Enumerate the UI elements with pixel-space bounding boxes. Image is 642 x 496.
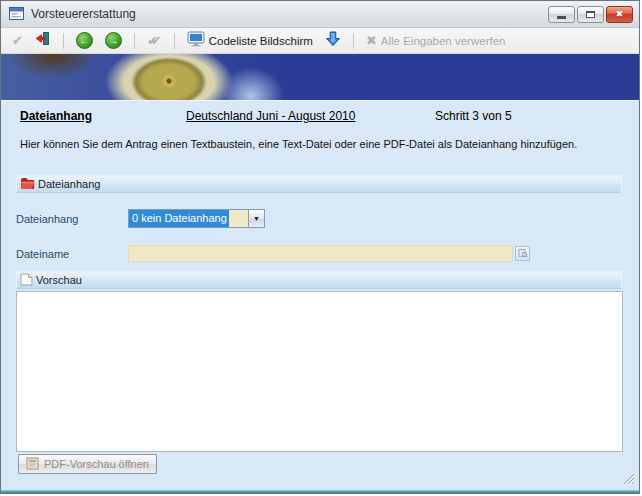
attachment-section-title: Dateianhang (38, 178, 100, 190)
exit-button[interactable] (32, 29, 54, 52)
wizard-content: Dateianhang Deutschland Juni - August 20… (1, 101, 639, 490)
red-folder-pdf-icon (20, 177, 35, 192)
green-back-arrow-icon: ← (76, 32, 93, 49)
dropdown-arrow-button[interactable]: ▼ (248, 210, 264, 227)
close-button[interactable]: ✖ (606, 6, 633, 23)
preview-section-header: Vorschau (16, 271, 622, 289)
attachment-dropdown-value: 0 kein Dateianhang (129, 210, 229, 227)
attachment-section-header: Dateianhang (16, 175, 622, 193)
double-checkmark-icon: ✔✔ (147, 34, 162, 47)
blue-down-arrow-icon (325, 31, 341, 51)
toolbar-separator (353, 33, 354, 49)
open-pdf-preview-label: PDF-Vorschau öffnen (44, 458, 149, 470)
x-icon: ✖ (366, 34, 377, 47)
confirm-all-button[interactable]: ✔✔ (144, 32, 165, 49)
discard-all-label: Alle Eingaben verwerfen (381, 35, 506, 47)
back-button[interactable]: ← (73, 30, 96, 51)
codeliste-bildschirm-button[interactable]: Codeliste Bildschirm (184, 29, 316, 53)
codeliste-bildschirm-label: Codeliste Bildschirm (209, 35, 313, 47)
preview-section-title: Vorschau (36, 274, 82, 286)
window-controls: ✖ (548, 6, 633, 23)
window-icon (9, 7, 25, 21)
toolbar-separator (134, 33, 135, 49)
toolbar-separator (174, 33, 175, 49)
open-pdf-preview-button[interactable]: PDF-Vorschau öffnen (18, 454, 157, 474)
confirm-button[interactable]: ✔ (9, 32, 26, 49)
checkmark-icon: ✔ (12, 34, 23, 47)
resize-grip[interactable] (622, 472, 635, 487)
toolbar-separator (63, 33, 64, 49)
toolbar: ✔ ← → ✔✔ Codeliste Bildschirm ✖ Alle Ein… (1, 28, 639, 54)
browse-icon (518, 246, 528, 261)
step-indicator: Schritt 3 von 5 (435, 109, 512, 123)
window-bottom-edge (1, 490, 639, 493)
chevron-down-icon: ▼ (253, 215, 260, 222)
filename-field-label: Dateiname (16, 248, 69, 260)
window-title: Vorsteuererstattung (31, 7, 548, 21)
minimize-icon (557, 16, 566, 19)
maximize-button[interactable] (577, 6, 604, 23)
period-heading: Deutschland Juni - August 2010 (186, 109, 355, 123)
attachment-field-label: Dateianhang (16, 213, 78, 225)
page-description: Hier können Sie dem Antrag einen Textbau… (20, 138, 577, 150)
forward-button[interactable]: → (102, 30, 125, 51)
close-icon: ✖ (616, 9, 624, 19)
download-button[interactable] (322, 29, 344, 53)
filename-input[interactable] (128, 245, 513, 262)
discard-all-button[interactable]: ✖ Alle Eingaben verwerfen (363, 32, 509, 49)
exit-door-icon (35, 31, 51, 50)
maximize-icon (586, 11, 595, 18)
page-title: Dateianhang (20, 109, 92, 123)
compass-banner-image (1, 54, 639, 101)
monitor-icon (187, 31, 205, 51)
attachment-dropdown[interactable]: 0 kein Dateianhang ▼ (128, 209, 265, 228)
preview-pane (16, 291, 623, 452)
pdf-icon (26, 457, 39, 472)
attachment-dropdown-fill (229, 210, 248, 227)
app-window: Vorsteuererstattung ✖ ✔ ← → ✔✔ Codeliste… (0, 0, 640, 494)
minimize-button[interactable] (548, 6, 575, 23)
green-forward-arrow-icon: → (105, 32, 122, 49)
note-icon (20, 273, 33, 288)
browse-file-button[interactable] (515, 246, 530, 261)
titlebar: Vorsteuererstattung ✖ (1, 1, 639, 28)
